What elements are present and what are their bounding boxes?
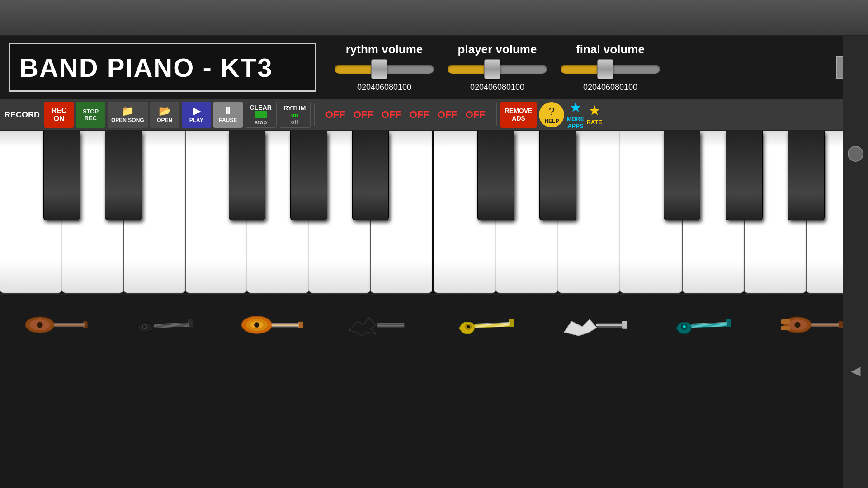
more-apps-button[interactable]: ★ MOREAPPS xyxy=(566,101,584,129)
off-button-1[interactable]: OFF xyxy=(323,109,348,121)
off-button-4[interactable]: OFF xyxy=(407,109,432,121)
remove-ads-button[interactable]: REMOVEADS xyxy=(500,102,537,128)
main-area: BAND PIANO - KT3 rythm volume 0 20 40 60… xyxy=(0,36,868,488)
help-button[interactable]: ? HELP xyxy=(539,102,564,127)
svg-rect-32 xyxy=(403,320,408,328)
player-volume-label: player volume xyxy=(458,42,537,56)
piano-key-cs2[interactable] xyxy=(477,131,514,220)
player-slider-thumb[interactable] xyxy=(484,59,500,79)
rythm-slider-thumb[interactable] xyxy=(371,59,387,79)
rythm-button[interactable]: RYTHM on off xyxy=(279,102,311,128)
stop-rec-label: STOPREC xyxy=(83,108,99,122)
svg-rect-49 xyxy=(622,321,627,329)
piano-key-ds1[interactable] xyxy=(105,131,142,220)
guitar-svg-3 xyxy=(235,307,307,336)
guitar-svg-5 xyxy=(452,307,524,336)
piano-key-gs2[interactable] xyxy=(726,131,763,220)
keys-container xyxy=(0,131,868,294)
piano-key-f1[interactable] xyxy=(185,131,247,294)
open-button[interactable]: 📂 OPEN xyxy=(150,102,179,128)
open-song-label: OPEN SONG xyxy=(111,117,144,123)
clear-green-indicator xyxy=(255,111,267,118)
svg-rect-69 xyxy=(838,321,843,328)
header-row: BAND PIANO - KT3 rythm volume 0 20 40 60… xyxy=(0,36,868,99)
clear-label: CLEAR xyxy=(250,104,272,111)
piano-key-ds2[interactable] xyxy=(539,131,576,220)
guitar-item-7[interactable] xyxy=(651,295,760,348)
rate-button[interactable]: ★ RATE xyxy=(586,104,602,126)
svg-point-11 xyxy=(142,324,147,329)
rythm-label: RYTHM xyxy=(283,104,306,112)
guitar-svg-4 xyxy=(344,307,416,336)
piano-key-as2[interactable] xyxy=(788,131,825,220)
svg-rect-77 xyxy=(781,326,790,330)
guitar-item-6[interactable] xyxy=(542,295,651,348)
record-label: RECORD xyxy=(5,110,40,120)
final-slider-marks: 0 20 40 60 80 100 xyxy=(582,83,638,92)
stop-rec-button[interactable]: STOPREC xyxy=(76,102,105,128)
guitar-item-3[interactable] xyxy=(217,295,326,348)
pause-button[interactable]: ⏸ PAUSE xyxy=(213,102,243,128)
off-button-3[interactable]: OFF xyxy=(379,109,404,121)
piano-key-cs1[interactable] xyxy=(43,131,80,220)
piano-key-c2[interactable] xyxy=(434,131,496,294)
svg-point-57 xyxy=(683,325,685,328)
help-icon: ? xyxy=(549,105,555,118)
svg-rect-4 xyxy=(83,321,88,328)
rate-label: RATE xyxy=(586,119,602,126)
rythm-volume-slider[interactable] xyxy=(335,60,434,78)
svg-rect-76 xyxy=(781,319,790,324)
open-song-icon: 📁 xyxy=(122,106,134,116)
guitar-item-2[interactable] xyxy=(108,295,217,348)
play-button[interactable]: ▶ PLAY xyxy=(182,102,211,128)
rec-on-button[interactable]: RECON xyxy=(44,102,74,128)
more-apps-label: MOREAPPS xyxy=(566,116,584,129)
guitar-svg-2 xyxy=(127,307,199,336)
rythm-volume-group: rythm volume 0 20 40 60 80 100 xyxy=(335,42,434,92)
app-title: BAND PIANO - KT3 xyxy=(19,52,273,83)
piano-key-as1[interactable] xyxy=(352,131,389,220)
separator-1 xyxy=(314,103,315,126)
svg-rect-12 xyxy=(188,319,193,328)
guitar-svg-6 xyxy=(561,307,633,336)
piano-key-f2[interactable] xyxy=(620,131,682,294)
player-slider-marks: 0 20 40 60 80 100 xyxy=(469,83,525,92)
rythm-on-label: on xyxy=(291,112,298,118)
title-box: BAND PIANO - KT3 xyxy=(9,43,316,92)
scroll-left-arrow[interactable]: ◀ xyxy=(851,363,861,378)
separator-2 xyxy=(496,103,497,126)
open-song-button[interactable]: 📁 OPEN SONG xyxy=(108,102,148,128)
final-volume-slider[interactable] xyxy=(561,60,660,78)
piano-key-fs1[interactable] xyxy=(229,131,265,220)
player-volume-slider[interactable] xyxy=(448,60,547,78)
svg-rect-58 xyxy=(726,319,731,327)
scroll-indicator xyxy=(848,146,863,162)
svg-point-22 xyxy=(254,322,259,327)
pause-icon: ⏸ xyxy=(223,106,233,116)
piano-area xyxy=(0,131,868,488)
guitar-item-1[interactable] xyxy=(0,295,108,348)
rythm-volume-label: rythm volume xyxy=(346,42,423,56)
player-volume-group: player volume 0 20 40 60 80 100 xyxy=(448,42,547,92)
rate-star-icon: ★ xyxy=(589,104,599,118)
svg-point-2 xyxy=(37,322,42,328)
rec-on-label: RECON xyxy=(52,107,67,123)
play-label: PLAY xyxy=(189,117,203,123)
toolbar-row: RECORD RECON STOPREC 📁 OPEN SONG 📂 OPEN … xyxy=(0,99,868,131)
final-volume-group: final volume 0 20 40 60 80 100 xyxy=(561,42,660,92)
svg-point-40 xyxy=(467,325,469,328)
guitar-item-5[interactable] xyxy=(434,295,542,348)
final-slider-thumb[interactable] xyxy=(597,59,613,79)
off-button-6[interactable]: OFF xyxy=(463,109,488,121)
clear-stop-button[interactable]: CLEAR stop xyxy=(245,102,277,128)
guitar-svg-7 xyxy=(669,307,741,336)
open-icon: 📂 xyxy=(159,106,171,116)
off-button-5[interactable]: OFF xyxy=(435,109,460,121)
guitar-item-4[interactable] xyxy=(326,295,434,348)
piano-key-fs2[interactable] xyxy=(664,131,701,220)
off-button-2[interactable]: OFF xyxy=(351,109,376,121)
piano-key-c1[interactable] xyxy=(0,131,62,294)
volume-controls: rythm volume 0 20 40 60 80 100 player vo… xyxy=(326,36,827,99)
piano-key-gs1[interactable] xyxy=(290,131,327,220)
rythm-slider-marks: 0 20 40 60 80 100 xyxy=(356,83,412,92)
